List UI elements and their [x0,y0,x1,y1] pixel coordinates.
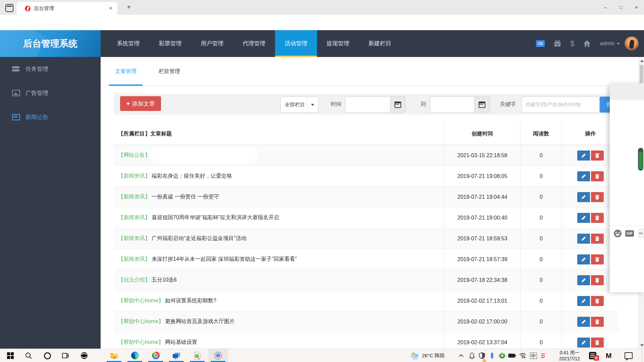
nav-item[interactable]: 用户管理 [191,30,233,57]
edit-button[interactable] [577,338,590,348]
chrome-icon[interactable] [146,349,166,362]
row-title-link[interactable]: 一份真诚 一份责任 一份坚守 [152,193,219,200]
security-shield-icon[interactable] [479,349,485,362]
show-desktop-button[interactable] [642,349,644,362]
row-title-link[interactable]: 福彩在身边：留住美好，让爱定格 [152,173,232,180]
user-avatar[interactable] [625,37,639,51]
row-category-link[interactable]: 【新闻资讯】 [118,214,150,221]
delete-button[interactable] [591,338,604,348]
emoji-icon[interactable] [614,230,622,237]
weather-icon[interactable] [410,349,420,362]
remote-desktop-icon[interactable] [166,349,186,362]
row-category-link[interactable]: 【帮助中心home】 [118,297,164,304]
edit-button[interactable] [577,150,590,161]
notification-bell-icon[interactable] [469,349,475,362]
delete-button[interactable] [591,254,604,264]
date-to-calendar-button[interactable] [474,97,490,113]
scroll-up-icon[interactable] [640,60,644,62]
antivirus-360-icon[interactable] [499,349,505,362]
chat-panel-header[interactable] [610,84,644,100]
sidebar-item[interactable]: 新闻公告 [0,105,101,129]
date-from-input[interactable] [345,97,390,113]
admin-username[interactable]: admin [600,41,614,47]
delete-button[interactable] [591,296,604,306]
delete-button[interactable] [591,317,604,327]
row-title-link[interactable]: 网站基础设置 [165,339,197,346]
weather-temp-label[interactable]: 26°C 阵雨 [422,349,445,362]
row-category-link[interactable]: 【玩法介绍】 [118,277,150,284]
nav-item[interactable]: 代理管理 [233,30,275,57]
date-from-calendar-button[interactable] [390,97,406,113]
edit-button[interactable] [577,234,590,244]
row-category-link[interactable]: 【新闻资讯】 [118,256,150,263]
m-app-icon[interactable]: M [606,349,611,362]
row-category-link[interactable]: 【帮助中心home】 [118,318,164,325]
date-to-input[interactable] [430,97,475,113]
shutter-app-icon[interactable] [76,349,92,362]
edge-icon[interactable] [125,349,145,362]
mail-app-icon[interactable]: 8 [589,349,596,362]
row-category-link[interactable]: 【帮助中心home】 [118,339,164,346]
tab-column-manage[interactable]: 栏目管理 [153,57,186,85]
gift-icon[interactable] [553,40,561,47]
edit-button[interactable] [577,171,590,181]
ime-indicator[interactable]: 中 [530,349,537,362]
nav-item[interactable]: 新建栏目 [359,30,401,57]
bluetooth-icon[interactable] [490,349,494,362]
taskbar-search-icon[interactable] [21,349,36,362]
row-title-link[interactable]: 如何设置系统彩期数? [165,297,216,304]
tab-close-icon[interactable]: × [107,5,114,12]
taskbar-clock[interactable]: 0:41 周一2021/7/12 [553,349,586,362]
ci-badge-icon[interactable]: CI/ [536,40,545,47]
file-explorer-icon[interactable] [104,349,124,362]
edit-button[interactable] [577,254,590,264]
comment-notification-icon[interactable] [625,349,633,362]
keyword-input[interactable]: 关键字/用户名/操作/IP/地 [522,97,599,113]
home-icon[interactable] [583,40,591,47]
sogou-s-icon[interactable]: S [541,349,545,362]
edit-button[interactable] [577,296,590,306]
delete-button[interactable] [591,275,604,285]
add-article-button[interactable]: +添加文章 [120,96,161,111]
sidebar-item[interactable]: 广告管理 [0,81,101,105]
nav-item[interactable]: 提现管理 [317,30,359,57]
row-title-link[interactable]: 来深打拼14年从未一起回家 深圳福彩资助这一家子“回家看看” [152,256,297,263]
browser-tab[interactable]: 后台管理 × [17,2,117,15]
wifi-icon[interactable] [519,349,526,362]
notepadpp-icon[interactable] [187,349,207,362]
gif-icon[interactable]: GIF [625,230,634,237]
row-category-link[interactable]: 【网站公告】 [118,152,150,159]
maximize-button[interactable]: □ [613,0,629,15]
category-select[interactable]: 全部栏目 [280,97,319,113]
row-category-link[interactable]: 【新闻资讯】 [118,235,150,242]
sidebar-item[interactable]: 任务管理 [0,57,101,81]
row-title-link[interactable]: 更换网站首页及游戏大厅图片 [165,318,235,325]
nav-item[interactable]: 彩票管理 [149,30,191,57]
edit-button[interactable] [577,317,590,327]
striped-scrollbar-thumb[interactable] [638,148,643,171]
minimize-button[interactable]: – [598,0,613,15]
scrollbar-thumb[interactable] [640,65,643,83]
tab-article-manage[interactable]: 文章管理 [109,57,143,85]
nav-item[interactable]: 活动管理 [275,30,317,57]
close-button[interactable]: × [629,0,644,15]
new-tab-button[interactable]: + [125,3,133,11]
tray-expand-icon[interactable] [459,349,464,362]
user-dropdown-caret-icon[interactable] [616,43,620,45]
anime-app-icon[interactable] [208,349,228,362]
delete-button[interactable] [591,192,604,202]
finance-dollar-icon[interactable]: $ [570,39,574,48]
delete-button[interactable] [591,234,604,244]
row-category-link[interactable]: 【新闻资讯】 [118,173,150,180]
delete-button[interactable] [591,213,604,223]
row-category-link[interactable]: 【新闻资讯】 [118,193,150,200]
screenshot-scissors-icon[interactable]: ✂ [638,228,644,238]
task-view-icon[interactable] [58,349,73,362]
scroll-down-icon[interactable] [640,344,644,347]
delete-button[interactable] [591,171,604,181]
nav-item[interactable]: 系统管理 [107,30,149,57]
tab-actions-icon[interactable] [5,4,13,12]
start-button[interactable] [3,349,18,362]
cortana-icon[interactable] [40,349,55,362]
row-title-link[interactable]: 广州福彩启动“走近福彩公益金项目”活动 [152,235,247,242]
